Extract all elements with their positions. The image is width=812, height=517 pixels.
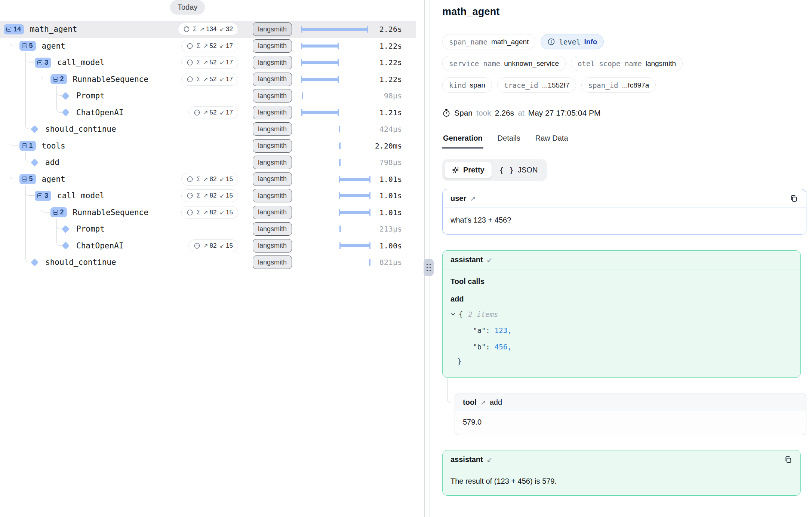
- attribute-value: unknown_service: [504, 59, 559, 68]
- panel-resize-handle-icon[interactable]: [424, 259, 434, 276]
- pretty-label: Pretty: [463, 166, 485, 174]
- tool-result-wrap: tool ↗ add 579.0: [442, 394, 807, 435]
- duration-label: 1.22s: [379, 75, 402, 84]
- tool-calls-label: Tool calls: [450, 277, 793, 286]
- input-arrow-icon: ↗: [203, 43, 208, 49]
- collapse-badge[interactable]: 3: [35, 58, 51, 68]
- attribute-chip-service_name[interactable]: service_nameunknown_service: [442, 56, 566, 71]
- attribute-chip-level[interactable]: levelInfo: [541, 34, 604, 49]
- attribute-chip-trace_id[interactable]: trace_id...1552f7: [497, 77, 576, 93]
- coin-icon: [194, 242, 200, 249]
- child-count: 1: [29, 142, 33, 150]
- role-label: tool: [463, 398, 477, 407]
- collapse-badge[interactable]: 3: [35, 191, 51, 201]
- output-tokens: 17: [226, 76, 233, 83]
- output-tokens: 15: [226, 209, 233, 216]
- attribute-value: math_agent: [491, 38, 529, 46]
- span-name-label: Prompt: [76, 91, 105, 100]
- trace-row-Prompt[interactable]: Promptlangsmith98µs: [0, 88, 416, 104]
- collapse-icon: [6, 27, 11, 32]
- input-tokens: 52: [210, 76, 217, 83]
- collapse-badge[interactable]: 5: [19, 41, 36, 51]
- coin-icon: [183, 26, 190, 33]
- duration-label: 1.01s: [379, 208, 402, 217]
- trace-row-ChatOpenAI[interactable]: ChatOpenAI↗52↙17langsmith1.21s: [0, 104, 416, 121]
- trace-row-Prompt[interactable]: Promptlangsmith213µs: [0, 221, 416, 238]
- assistant-final-content: The result of (123 + 456) is 579.: [443, 469, 800, 495]
- trace-row-math_agent[interactable]: 14math_agentΣ↗134↙32langsmith2.26s: [0, 21, 416, 38]
- trace-row-agent[interactable]: 5agentΣ↗52↙17langsmith1.22s: [0, 38, 416, 55]
- span-detail-panel: math_agent span_namemath_agentlevelInfos…: [430, 0, 812, 517]
- attribute-chip-otel_scope_name[interactable]: otel_scope_namelangsmith: [571, 56, 683, 71]
- trace-row-RunnableSequence[interactable]: 2RunnableSequenceΣ↗82↙15langsmith1.01s: [0, 204, 416, 221]
- trace-row-should_continue[interactable]: should_continuelangsmith424µs: [0, 121, 416, 138]
- view-mode-toggle: Pretty { } JSON: [442, 159, 547, 181]
- copy-icon[interactable]: [784, 455, 793, 464]
- output-arrow-icon: ↙: [220, 209, 225, 216]
- duration-bar: [302, 111, 338, 114]
- trace-row-agent[interactable]: 5agentΣ↗82↙15langsmith1.01s: [0, 171, 416, 188]
- timing-timestamp: May 27 17:05:04 PM: [528, 108, 601, 117]
- collapse-icon: [37, 193, 42, 198]
- stopwatch-icon: [442, 109, 450, 117]
- tab-raw-data[interactable]: Raw Data: [535, 134, 569, 148]
- collapse-badge[interactable]: 1: [19, 141, 36, 151]
- vendor-badge: langsmith: [253, 156, 292, 169]
- attribute-chip-span_name[interactable]: span_namemath_agent: [442, 34, 535, 49]
- message-card-assistant-toolcall: assistant ↙ Tool calls add { 2 items "a"…: [442, 250, 801, 378]
- token-usage-badge: ↗82↙15: [188, 239, 238, 252]
- role-label: assistant: [450, 256, 483, 264]
- copy-icon[interactable]: [790, 194, 798, 203]
- trace-row-add[interactable]: addlangsmith798µs: [0, 154, 416, 171]
- collapse-badge[interactable]: 5: [19, 174, 36, 184]
- duration-timeline: [301, 121, 370, 138]
- json-view-button[interactable]: { } JSON: [492, 162, 545, 178]
- collapse-badge[interactable]: 2: [50, 74, 67, 84]
- collapse-badge[interactable]: 2: [50, 207, 67, 217]
- sigma-icon: Σ: [196, 42, 200, 50]
- token-usage-badge: Σ↗52↙17: [181, 40, 238, 52]
- trace-row-call_model[interactable]: 3call_modelΣ↗52↙17langsmith1.22s: [0, 54, 416, 71]
- output-tokens: 32: [226, 25, 233, 33]
- token-usage-badge: Σ↗82↙15: [181, 189, 238, 202]
- tab-details[interactable]: Details: [497, 134, 521, 148]
- sigma-icon: Σ: [196, 209, 200, 216]
- duration-timeline: [301, 104, 370, 121]
- today-filter-chip[interactable]: Today: [170, 0, 205, 15]
- attribute-key: service_name: [449, 59, 500, 68]
- child-count: 2: [60, 208, 64, 216]
- duration-label: 1.21s: [379, 108, 402, 117]
- timing-at: at: [518, 108, 525, 117]
- assistant-card-header: assistant ↙: [443, 450, 800, 469]
- trace-row-should_continue[interactable]: should_continuelangsmith821µs: [0, 254, 416, 271]
- duration-tick: [369, 259, 370, 266]
- child-count: 5: [29, 42, 33, 50]
- pretty-view-button[interactable]: Pretty: [445, 162, 492, 178]
- collapse-caret-icon[interactable]: [450, 312, 456, 317]
- child-count: 5: [29, 175, 33, 183]
- trace-row-RunnableSequence[interactable]: 2RunnableSequenceΣ↗52↙17langsmith1.22s: [0, 71, 416, 88]
- duration-bar: [339, 194, 370, 197]
- vendor-badge: langsmith: [253, 222, 292, 236]
- panel-splitter[interactable]: [425, 0, 430, 517]
- json-key: "a":: [473, 326, 490, 334]
- attribute-chip-span_id[interactable]: span_id...fc897a: [581, 77, 656, 93]
- tool-result-name: add: [490, 398, 502, 407]
- json-label: JSON: [518, 166, 538, 174]
- leaf-diamond-icon: [31, 159, 39, 166]
- duration-label: 1.01s: [379, 175, 402, 184]
- tab-generation[interactable]: Generation: [442, 134, 483, 148]
- output-tokens: 17: [226, 59, 233, 66]
- collapse-badge[interactable]: 14: [4, 24, 24, 34]
- input-tokens: 52: [210, 59, 217, 66]
- span-name-label: agent: [42, 175, 65, 184]
- duration-timeline: [301, 88, 370, 104]
- attribute-chip-kind[interactable]: kindspan: [442, 77, 492, 93]
- trace-row-tools[interactable]: 1toolslangsmith2.20ms: [0, 138, 416, 155]
- span-attribute-badges: span_namemath_agentlevelInfoservice_name…: [442, 34, 807, 93]
- span-timing-line: Span took 2.26s at May 27 17:05:04 PM: [442, 108, 807, 117]
- trace-row-call_model[interactable]: 3call_modelΣ↗82↙15langsmith1.01s: [0, 187, 416, 204]
- trace-row-ChatOpenAI[interactable]: ChatOpenAI↗82↙15langsmith1.00s: [0, 238, 416, 254]
- duration-label: 1.00s: [379, 241, 402, 250]
- duration-label: 2.26s: [379, 25, 402, 34]
